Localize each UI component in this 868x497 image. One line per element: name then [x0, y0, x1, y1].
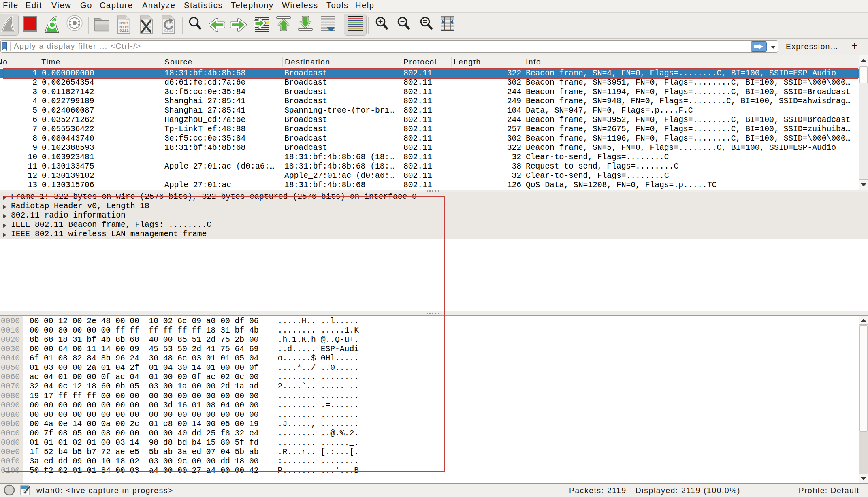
- svg-text:0111: 0111: [119, 28, 129, 33]
